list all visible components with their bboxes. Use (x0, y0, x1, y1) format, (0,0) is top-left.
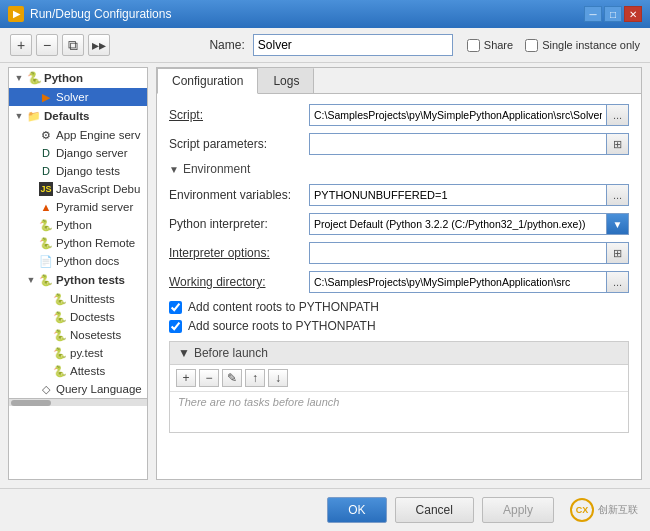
share-checkbox[interactable] (467, 39, 480, 52)
remove-config-button[interactable]: − (36, 34, 58, 56)
solver-icon: ▶ (39, 90, 53, 104)
script-params-input[interactable] (309, 133, 607, 155)
add-source-roots-row: Add source roots to PYTHONPATH (169, 319, 629, 333)
before-launch-edit-button[interactable]: ✎ (222, 369, 242, 387)
django-tests-icon: D (39, 164, 53, 178)
tree-item-doctests[interactable]: 🐍 Doctests (9, 308, 147, 326)
before-launch-down-button[interactable]: ↓ (268, 369, 288, 387)
tree-item-solver[interactable]: ▶ Solver (9, 88, 147, 106)
tree-item-app-engine[interactable]: ⚙ App Engine serv (9, 126, 147, 144)
tree-group-python-tests[interactable]: ▼ 🐍 Python tests (9, 270, 147, 290)
cancel-button[interactable]: Cancel (395, 497, 474, 523)
tree-item-nosetests[interactable]: 🐍 Nosetests (9, 326, 147, 344)
config-content: Script: ... Script parameters: ⊞ ▼ Envir… (157, 94, 641, 479)
env-vars-input[interactable] (309, 184, 607, 206)
tree-item-python-docs[interactable]: 📄 Python docs (9, 252, 147, 270)
interp-options-button[interactable]: ⊞ (607, 242, 629, 264)
before-launch-label: Before launch (194, 346, 268, 360)
before-launch-triangle-icon: ▼ (178, 346, 190, 360)
script-label: Script: (169, 108, 309, 122)
more-button[interactable]: ▸▸ (88, 34, 110, 56)
tree-item-python-remote[interactable]: 🐍 Python Remote (9, 234, 147, 252)
add-config-button[interactable]: + (10, 34, 32, 56)
tree-item-pyramid[interactable]: ▲ Pyramid server (9, 198, 147, 216)
python-group-icon: 🐍 (27, 71, 41, 85)
app-engine-icon: ⚙ (39, 128, 53, 142)
watermark-logo: CX (570, 498, 594, 522)
add-source-roots-checkbox[interactable] (169, 320, 182, 333)
tree-group-python[interactable]: ▼ 🐍 Python (9, 68, 147, 88)
script-row: Script: ... (169, 104, 629, 126)
script-params-label: Script parameters: (169, 137, 309, 151)
env-vars-label: Environment variables: (169, 188, 309, 202)
environment-triangle-icon: ▼ (169, 164, 179, 175)
defaults-label: Defaults (44, 110, 89, 122)
before-launch-section: ▼ Before launch + − ✎ ↑ ↓ There are no t… (169, 341, 629, 433)
close-button[interactable]: ✕ (624, 6, 642, 22)
python-tests-icon: 🐍 (39, 273, 53, 287)
python-remote-icon: 🐍 (39, 236, 53, 250)
config-tree[interactable]: ▼ 🐍 Python ▶ Solver ▼ 📁 Defaults ⚙ App E… (8, 67, 148, 480)
env-vars-browse-button[interactable]: ... (607, 184, 629, 206)
working-dir-browse-button[interactable]: ... (607, 271, 629, 293)
maximize-button[interactable]: □ (604, 6, 622, 22)
working-dir-row: Working directory: ... (169, 271, 629, 293)
before-launch-add-button[interactable]: + (176, 369, 196, 387)
django-tests-label: Django tests (56, 165, 120, 177)
expand-python-icon: ▼ (13, 72, 25, 84)
content-area: ▼ 🐍 Python ▶ Solver ▼ 📁 Defaults ⚙ App E… (0, 63, 650, 488)
minimize-button[interactable]: ─ (584, 6, 602, 22)
django-server-label: Django server (56, 147, 128, 159)
tree-item-python[interactable]: 🐍 Python (9, 216, 147, 234)
nosetests-label: Nosetests (70, 329, 121, 341)
apply-button[interactable]: Apply (482, 497, 554, 523)
share-row: Share Single instance only (467, 39, 640, 52)
working-dir-input[interactable] (309, 271, 607, 293)
script-params-button[interactable]: ⊞ (607, 133, 629, 155)
single-instance-checkbox[interactable] (525, 39, 538, 52)
single-instance-checkbox-label[interactable]: Single instance only (525, 39, 640, 52)
config-name-input[interactable] (253, 34, 453, 56)
spacer (25, 91, 37, 103)
tree-scrollbar[interactable] (9, 398, 147, 406)
python-icon: 🐍 (39, 218, 53, 232)
name-label: Name: (209, 38, 244, 52)
copy-config-button[interactable]: ⧉ (62, 34, 84, 56)
python-docs-icon: 📄 (39, 254, 53, 268)
python-interp-dropdown-button[interactable]: ▼ (607, 213, 629, 235)
bottom-bar: OK Cancel Apply CX 创新互联 (0, 488, 650, 531)
interp-options-row: Interpreter options: ⊞ (169, 242, 629, 264)
nosetests-icon: 🐍 (53, 328, 67, 342)
env-vars-row: Environment variables: ... (169, 184, 629, 206)
tab-configuration[interactable]: Configuration (157, 68, 258, 94)
before-launch-hint: There are no tasks before launch (178, 396, 339, 408)
tree-item-query-language[interactable]: ◇ Query Language (9, 380, 147, 398)
share-checkbox-label[interactable]: Share (467, 39, 513, 52)
tree-item-django-tests[interactable]: D Django tests (9, 162, 147, 180)
script-browse-button[interactable]: ... (607, 104, 629, 126)
python-interp-input[interactable] (309, 213, 607, 235)
tree-item-unittests[interactable]: 🐍 Unittests (9, 290, 147, 308)
pyramid-icon: ▲ (39, 200, 53, 214)
python-docs-label: Python docs (56, 255, 119, 267)
ok-button[interactable]: OK (327, 497, 386, 523)
tree-group-defaults[interactable]: ▼ 📁 Defaults (9, 106, 147, 126)
tab-logs[interactable]: Logs (258, 68, 314, 93)
tree-item-attests[interactable]: 🐍 Attests (9, 362, 147, 380)
pytest-label: py.test (70, 347, 103, 359)
tree-item-javascript[interactable]: JS JavaScript Debu (9, 180, 147, 198)
interp-options-input[interactable] (309, 242, 607, 264)
watermark: CX 创新互联 (570, 498, 638, 522)
defaults-icon: 📁 (27, 109, 41, 123)
doctests-label: Doctests (70, 311, 115, 323)
before-launch-remove-button[interactable]: − (199, 369, 219, 387)
working-dir-label: Working directory: (169, 275, 309, 289)
tree-item-django-server[interactable]: D Django server (9, 144, 147, 162)
before-launch-up-button[interactable]: ↑ (245, 369, 265, 387)
python-tests-label: Python tests (56, 274, 125, 286)
window-title: Run/Debug Configurations (30, 7, 584, 21)
tree-item-pytest[interactable]: 🐍 py.test (9, 344, 147, 362)
script-input[interactable] (309, 104, 607, 126)
pyramid-label: Pyramid server (56, 201, 133, 213)
add-content-roots-checkbox[interactable] (169, 301, 182, 314)
